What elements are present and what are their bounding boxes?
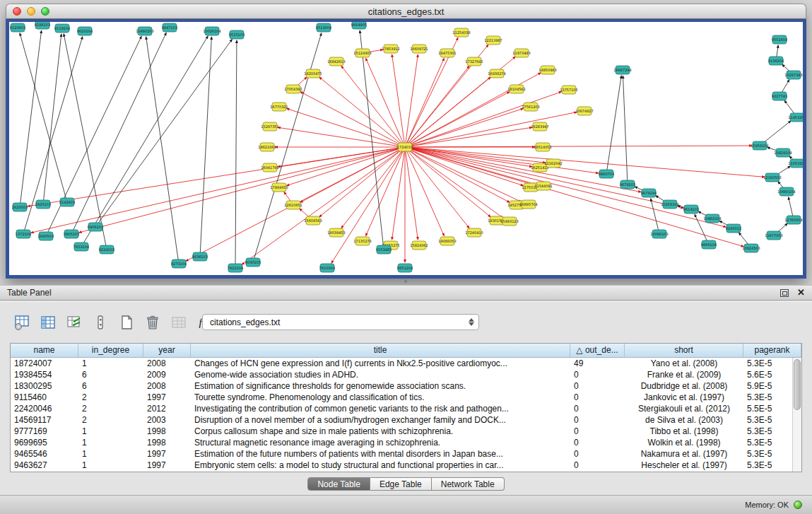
minimize-button[interactable] (27, 7, 35, 16)
table-row[interactable]: 1938455462009Genome-wide association stu… (11, 369, 801, 380)
graph-node[interactable]: 17240410 (465, 228, 483, 237)
graph-edge-red[interactable] (405, 147, 599, 173)
network-window-titlebar[interactable]: citations_edges.txt (6, 4, 806, 19)
col-header-year[interactable]: year (143, 344, 191, 357)
graph-edge-red[interactable] (405, 147, 444, 236)
graph-node[interactable]: 17327645 (465, 57, 483, 66)
graph-edge-black[interactable] (43, 34, 61, 204)
graph-node[interactable]: 9614103 (683, 205, 699, 214)
graph-node[interactable]: 9515103 (229, 30, 245, 39)
graph-edge-red[interactable] (286, 147, 405, 186)
graph-node[interactable]: 12760504 (784, 216, 802, 224)
graph-edge-black[interactable] (64, 34, 107, 250)
graph-node[interactable]: 16895704 (519, 200, 537, 209)
graph-node[interactable]: 10258104 (661, 200, 678, 209)
graph-edge-black[interactable] (235, 40, 237, 268)
graph-node[interactable]: 17853912 (382, 45, 399, 53)
col-header-title[interactable]: title (191, 344, 570, 357)
graph-node[interactable]: 18039453 (327, 228, 345, 237)
graph-node[interactable]: 8679103 (620, 180, 635, 189)
graph-edge-red[interactable] (405, 147, 743, 247)
graph-edge-red[interactable] (405, 147, 726, 227)
col-header-in-degree[interactable]: in_degree (78, 344, 143, 357)
graph-edge-red[interactable] (319, 77, 405, 147)
graph-node[interactable]: 18200475 (304, 69, 322, 78)
graph-node[interactable]: 11677003 (765, 231, 782, 240)
graph-node[interactable]: 18514052 (534, 143, 551, 151)
table-scrollbar[interactable] (792, 358, 801, 472)
graph-node[interactable]: 15608563 (304, 216, 322, 225)
graph-node[interactable]: 9866104 (701, 240, 717, 249)
graph-node[interactable]: 10490203 (136, 27, 153, 35)
graph-node[interactable]: 11254038 (452, 28, 470, 37)
graph-edge-red[interactable] (405, 92, 562, 147)
graph-node[interactable]: 9551604 (772, 35, 787, 44)
close-panel-icon[interactable]: ✕ (797, 288, 805, 297)
graph-node[interactable]: 7653104 (73, 243, 89, 251)
graph-edge-red[interactable] (366, 147, 405, 236)
table-row[interactable]: 1830029562008Estimation of significance … (11, 380, 801, 392)
graph-node[interactable]: 9136204 (768, 57, 784, 65)
table-row[interactable]: 946554611997Estimation of the future num… (11, 448, 801, 460)
graph-node[interactable]: 7610304 (319, 264, 335, 272)
tab-node-table[interactable]: Node Table (307, 477, 370, 491)
graph-edge-black[interactable] (146, 37, 179, 264)
graph-edge-black[interactable] (20, 30, 42, 207)
graph-node[interactable]: 17054392 (284, 85, 302, 93)
graph-node[interactable]: 9227743 (772, 92, 787, 100)
graph-node[interactable]: 8513004 (316, 23, 331, 32)
graph-node[interactable]: 9120603 (10, 23, 25, 32)
graph-node[interactable]: 7922104 (228, 264, 243, 272)
graph-edge-black[interactable] (20, 33, 67, 202)
graph-node[interactable]: 16609721 (410, 45, 428, 53)
graph-node[interactable]: 18104562 (507, 85, 525, 93)
graph-node[interactable]: 18475301 (438, 49, 456, 57)
table-row[interactable]: 969969511998Structural magnetic resonanc… (11, 437, 801, 448)
graph-node[interactable]: 8851204 (397, 264, 413, 272)
graph-edge-black[interactable] (46, 36, 141, 236)
graph-edge-red[interactable] (319, 147, 405, 217)
graph-node[interactable]: 6906103 (88, 223, 103, 231)
close-button[interactable] (13, 7, 21, 16)
graph-node[interactable]: 1724031 (397, 143, 413, 151)
graph-node[interactable]: 12213987 (484, 36, 502, 45)
graph-node[interactable]: 10674827 (575, 107, 593, 115)
col-header-short[interactable]: short (625, 344, 743, 357)
col-header-name[interactable]: name (11, 344, 78, 357)
graph-edge-red[interactable] (405, 112, 577, 147)
graph-node[interactable]: 9664905 (351, 22, 367, 29)
graph-node[interactable]: 17561203 (522, 103, 539, 111)
graph-edge-black[interactable] (200, 37, 211, 257)
graph-edge-black[interactable] (95, 39, 232, 227)
graph-node[interactable]: 9847103 (162, 23, 177, 32)
graph-node[interactable]: 2690503 (38, 232, 54, 240)
graph-node[interactable]: 11453204 (788, 113, 803, 122)
table-mode-icon[interactable] (13, 313, 31, 332)
graph-node[interactable]: 1372104 (16, 230, 31, 238)
graph-edge-black[interactable] (606, 76, 621, 174)
graph-node[interactable]: 3905103 (64, 230, 79, 238)
graph-node[interactable]: 12160503 (763, 173, 781, 182)
graph-node[interactable]: 12610651 (284, 201, 302, 209)
graph-node[interactable]: 9620104 (77, 27, 93, 35)
graph-node[interactable]: 8636103 (192, 252, 208, 261)
graph-node[interactable]: 19086053 (438, 237, 456, 245)
splitter-handle[interactable]: ▾ (400, 279, 411, 285)
graph-node[interactable]: 12162042 (544, 159, 562, 168)
tab-network-table[interactable]: Network Table (432, 477, 505, 491)
graph-node[interactable]: 15124903 (353, 49, 371, 57)
col-header-pagerank[interactable]: pagerank (743, 344, 801, 357)
row-height-icon[interactable] (91, 313, 110, 332)
graph-node[interactable]: 16283947 (531, 122, 548, 131)
graph-node[interactable]: 9030103 (245, 258, 261, 267)
graph-edge-red[interactable] (366, 58, 405, 147)
graph-edge-red[interactable] (31, 147, 405, 233)
tab-edge-table[interactable]: Edge Table (370, 477, 432, 491)
graph-node[interactable]: 10096103 (650, 230, 668, 238)
table-row[interactable]: 911546021997Tourette syndrome. Phenomeno… (11, 392, 801, 403)
graph-node[interactable]: 16041791 (261, 163, 278, 172)
edit-columns-icon[interactable] (65, 313, 83, 332)
graph-node[interactable]: 9119104 (54, 24, 70, 33)
graph-node[interactable]: 11544091 (534, 182, 552, 190)
table-row[interactable]: 977716911998Corpus callosum shape and si… (11, 426, 801, 437)
